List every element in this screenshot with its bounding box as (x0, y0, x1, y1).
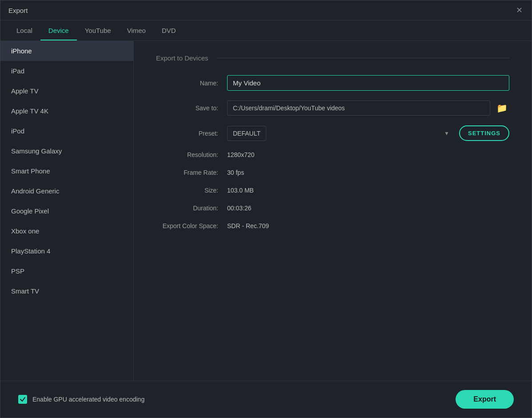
preset-label: Preset: (156, 130, 227, 137)
sidebar-item-apple-tv-4k[interactable]: Apple TV 4K (0, 101, 133, 121)
frame-rate-value-wrapper: 30 fps (227, 169, 509, 177)
color-space-value-wrapper: SDR - Rec.709 (227, 222, 509, 230)
export-button[interactable]: Export (456, 390, 514, 409)
save-to-field-wrapper: C:/Users/drami/Desktop/YouTube videos 📁 (227, 100, 509, 116)
close-button[interactable]: ✕ (515, 6, 524, 15)
name-row: Name: (156, 75, 509, 91)
content-area: iPhone iPad Apple TV Apple TV 4K iPod Sa… (0, 41, 532, 381)
section-divider (217, 58, 509, 58)
sidebar-item-android-generic[interactable]: Android Generic (0, 181, 133, 201)
path-row: C:/Users/drami/Desktop/YouTube videos 📁 (227, 100, 509, 116)
tab-vimeo[interactable]: Vimeo (119, 20, 154, 40)
tab-dvd[interactable]: DVD (154, 20, 184, 40)
preset-row: Preset: DEFAULT HIGH MEDIUM LOW ▼ (156, 125, 509, 141)
duration-value-wrapper: 00:03:26 (227, 204, 509, 212)
sidebar-item-psp[interactable]: PSP (0, 261, 133, 281)
gpu-row: Enable GPU accelerated video encoding (18, 395, 144, 404)
preset-select-wrapper: DEFAULT HIGH MEDIUM LOW ▼ (227, 126, 455, 141)
size-value: 103.0 MB (227, 187, 254, 194)
save-to-label: Save to: (156, 104, 227, 112)
sidebar-item-iphone[interactable]: iPhone (0, 41, 133, 61)
frame-rate-value: 30 fps (227, 169, 244, 176)
tab-local[interactable]: Local (8, 20, 40, 40)
sidebar-item-apple-tv[interactable]: Apple TV (0, 81, 133, 101)
sidebar-item-smart-phone[interactable]: Smart Phone (0, 161, 133, 181)
name-input[interactable] (227, 75, 509, 91)
tab-bar: Local Device YouTube Vimeo DVD (0, 20, 532, 41)
size-label: Size: (156, 187, 227, 194)
color-space-value: SDR - Rec.709 (227, 222, 269, 229)
settings-button[interactable]: SETTINGS (459, 125, 509, 141)
device-sidebar: iPhone iPad Apple TV Apple TV 4K iPod Sa… (0, 41, 134, 381)
sidebar-item-xbox-one[interactable]: Xbox one (0, 221, 133, 241)
preset-select[interactable]: DEFAULT HIGH MEDIUM LOW (227, 126, 266, 141)
section-title: Export to Devices (156, 54, 208, 62)
duration-row: Duration: 00:03:26 (156, 204, 509, 212)
tab-youtube[interactable]: YouTube (77, 20, 119, 40)
duration-value: 00:03:26 (227, 205, 252, 212)
section-header: Export to Devices (156, 54, 509, 62)
export-window: Export ✕ Local Device YouTube Vimeo DVD … (0, 0, 532, 418)
gpu-checkbox[interactable] (18, 395, 27, 404)
sidebar-item-playstation-4[interactable]: PlayStation 4 (0, 241, 133, 261)
resolution-row: Resolution: 1280x720 (156, 151, 509, 159)
preset-field-wrapper: DEFAULT HIGH MEDIUM LOW ▼ SETTINGS (227, 125, 509, 141)
titlebar: Export ✕ (0, 0, 532, 20)
bottom-bar: Enable GPU accelerated video encoding Ex… (0, 381, 532, 418)
tab-device[interactable]: Device (40, 20, 77, 40)
window-title: Export (8, 7, 28, 14)
main-panel: Export to Devices Name: Save to: C:/User… (134, 41, 532, 381)
sidebar-item-samsung-galaxy[interactable]: Samsung Galaxy (0, 141, 133, 161)
chevron-down-icon: ▼ (444, 130, 449, 137)
resolution-value-wrapper: 1280x720 (227, 151, 509, 159)
frame-rate-label: Frame Rate: (156, 169, 227, 176)
browse-folder-button[interactable]: 📁 (495, 101, 509, 115)
preset-select-row: DEFAULT HIGH MEDIUM LOW ▼ SETTINGS (227, 125, 509, 141)
name-field-wrapper (227, 75, 509, 91)
resolution-value: 1280x720 (227, 151, 255, 158)
frame-rate-row: Frame Rate: 30 fps (156, 169, 509, 177)
color-space-row: Export Color Space: SDR - Rec.709 (156, 222, 509, 230)
gpu-label: Enable GPU accelerated video encoding (32, 396, 144, 403)
sidebar-item-ipad[interactable]: iPad (0, 61, 133, 81)
sidebar-item-ipod[interactable]: iPod (0, 121, 133, 141)
save-to-path: C:/Users/drami/Desktop/YouTube videos (227, 100, 490, 116)
checkmark-icon (20, 396, 26, 402)
size-value-wrapper: 103.0 MB (227, 186, 509, 194)
resolution-label: Resolution: (156, 151, 227, 158)
duration-label: Duration: (156, 205, 227, 212)
sidebar-item-google-pixel[interactable]: Google Pixel (0, 201, 133, 221)
save-to-row: Save to: C:/Users/drami/Desktop/YouTube … (156, 100, 509, 116)
size-row: Size: 103.0 MB (156, 186, 509, 194)
name-label: Name: (156, 80, 227, 87)
sidebar-item-smart-tv[interactable]: Smart TV (0, 281, 133, 301)
color-space-label: Export Color Space: (156, 222, 227, 229)
